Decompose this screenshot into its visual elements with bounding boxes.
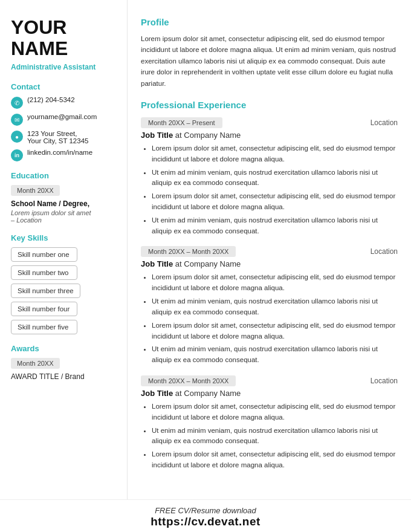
email-icon: ✉ — [11, 114, 23, 126]
award-title: AWARD TITLE / Brand — [11, 372, 116, 381]
skill-1: Skill number one — [11, 247, 77, 262]
skill-5: Skill number five — [11, 320, 77, 334]
edu-school: School Name / Degree, — [11, 199, 116, 208]
skills-label: Key Skills — [11, 233, 116, 242]
contact-phone-text: (212) 204-5342 — [27, 96, 75, 103]
footer-watermark: FREE CV/Resume download https://cv.devat… — [0, 499, 411, 532]
contact-label: Contact — [11, 82, 116, 91]
name-line1: YOUR — [11, 16, 66, 38]
exp-location-2: Location — [371, 247, 398, 256]
exp-title-1: Job Title — [141, 131, 173, 140]
awards-date: Month 20XX — [11, 358, 60, 369]
contact-address-text: 123 Your Street,Your City, ST 12345 — [27, 130, 88, 144]
exp-location-3: Location — [371, 377, 398, 385]
edu-desc: Lorem ipsum dolor sit amet– Location — [11, 209, 116, 224]
education-section: Month 20XX School Name / Degree, Lorem i… — [11, 185, 116, 224]
location-icon: ● — [11, 131, 23, 143]
exp-date-1: Month 20XX – Present — [141, 117, 222, 128]
bullet-1-4: Ut enim ad minim veniam, quis nostrud ex… — [152, 215, 398, 237]
bullet-3-1: Lorem ipsum dolor sit amet, consectetur … — [152, 401, 398, 423]
contact-linkedin-text: linkedin.com/in/name — [27, 149, 92, 156]
experience-heading: Professional Experience — [141, 100, 398, 110]
bullet-1-3: Lorem ipsum dolor sit amet, consectetur … — [152, 191, 398, 213]
exp-header-2: Month 20XX – Month 20XX Location — [141, 246, 398, 257]
contact-phone: ✆ (212) 204-5342 — [11, 96, 116, 109]
awards-label: Awards — [11, 344, 116, 353]
bullet-3-2: Ut enim ad minim veniam, quis nostrud ex… — [152, 426, 398, 447]
skill-3: Skill number three — [11, 284, 80, 298]
skills-list: Skill number one Skill number two Skill … — [11, 247, 116, 334]
exp-entry-1: Month 20XX – Present Location Job Title … — [141, 117, 398, 237]
bullet-2-4: Ut enim ad minim veniam, quis nostrud ex… — [152, 344, 398, 366]
bullet-1-2: Ut enim ad minim veniam, quis nostrud ex… — [152, 167, 398, 189]
exp-at-2: at Company Name — [175, 259, 241, 268]
exp-header-3: Month 20XX – Month 20XX Location — [141, 375, 398, 386]
exp-header-1: Month 20XX – Present Location — [141, 117, 398, 128]
bullet-3-3: Lorem ipsum dolor sit amet, consectetur … — [152, 449, 398, 471]
exp-job-2: Job Title at Company Name — [141, 259, 398, 268]
exp-location-1: Location — [371, 118, 398, 127]
exp-bullets-2: Lorem ipsum dolor sit amet, consectetur … — [141, 272, 398, 366]
footer-line1: FREE CV/Resume download — [0, 506, 411, 515]
exp-title-3: Job Title — [141, 389, 173, 398]
sidebar: YOUR NAME Administrative Assistant Conta… — [0, 0, 127, 499]
exp-date-2: Month 20XX – Month 20XX — [141, 246, 236, 257]
profile-heading: Profile — [141, 17, 398, 27]
exp-at-3: at Company Name — [175, 389, 241, 398]
page: YOUR NAME Administrative Assistant Conta… — [0, 0, 411, 532]
bullet-1-1: Lorem ipsum dolor sit amet, consectetur … — [152, 143, 398, 165]
sidebar-name: YOUR NAME — [11, 17, 116, 59]
profile-text: Lorem ipsum dolor sit amet, consectetur … — [141, 33, 398, 89]
name-line2: NAME — [11, 37, 68, 59]
contact-list: ✆ (212) 204-5342 ✉ yourname@gmail.com ● … — [11, 96, 116, 161]
exp-bullets-1: Lorem ipsum dolor sit amet, consectetur … — [141, 143, 398, 237]
bullet-2-1: Lorem ipsum dolor sit amet, consectetur … — [152, 272, 398, 294]
exp-at-1: at Company Name — [175, 131, 241, 140]
exp-job-3: Job Title at Company Name — [141, 389, 398, 398]
contact-address: ● 123 Your Street,Your City, ST 12345 — [11, 130, 116, 144]
footer-line2: https://cv.devat.net — [0, 515, 411, 528]
contact-linkedin: in linkedin.com/in/name — [11, 149, 116, 161]
skill-2: Skill number two — [11, 265, 77, 280]
contact-email: ✉ yourname@gmail.com — [11, 113, 116, 126]
skill-4: Skill number four — [11, 302, 77, 316]
right-panel: Profile Lorem ipsum dolor sit amet, cons… — [127, 0, 411, 499]
exp-date-3: Month 20XX – Month 20XX — [141, 375, 236, 386]
bullet-2-3: Lorem ipsum dolor sit amet, consectetur … — [152, 320, 398, 342]
exp-bullets-3: Lorem ipsum dolor sit amet, consectetur … — [141, 401, 398, 471]
contact-email-text: yourname@gmail.com — [27, 113, 97, 120]
linkedin-icon: in — [11, 149, 23, 161]
exp-entry-3: Month 20XX – Month 20XX Location Job Tit… — [141, 375, 398, 471]
phone-icon: ✆ — [11, 97, 23, 109]
education-label: Education — [11, 171, 116, 180]
exp-job-1: Job Title at Company Name — [141, 131, 398, 140]
exp-entry-2: Month 20XX – Month 20XX Location Job Tit… — [141, 246, 398, 366]
exp-title-2: Job Title — [141, 259, 173, 268]
sidebar-job-title: Administrative Assistant — [11, 63, 116, 71]
bullet-2-2: Ut enim ad minim veniam, quis nostrud ex… — [152, 296, 398, 318]
edu-date: Month 20XX — [11, 185, 60, 196]
main-content: YOUR NAME Administrative Assistant Conta… — [0, 0, 411, 499]
awards-section: Month 20XX AWARD TITLE / Brand — [11, 358, 116, 381]
